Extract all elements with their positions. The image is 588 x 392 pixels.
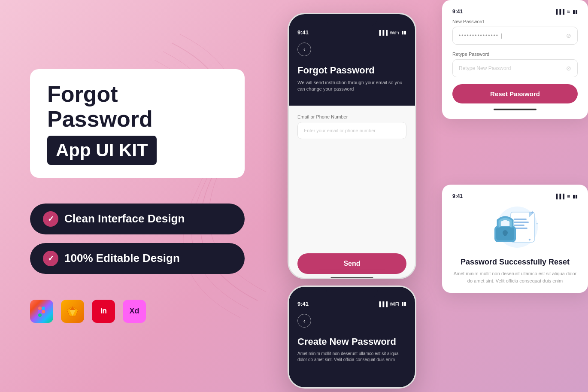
new-password-dots: ••••••••••••••• | bbox=[459, 33, 503, 39]
feature-badge-2: ✓ 100% Editable Design bbox=[30, 243, 245, 274]
retype-password-label: Retype Password bbox=[452, 52, 578, 57]
new-password-input[interactable]: ••••••••••••••• | ⊘ bbox=[452, 27, 578, 45]
check-icon-2: ✓ bbox=[43, 251, 58, 266]
phone-forgot-password: 9:41 ▐▐▐ WiFi ▮▮ ‹ Forgot Password We wi… bbox=[288, 13, 416, 279]
tools-row: in Xd bbox=[30, 300, 245, 323]
svg-point-4 bbox=[42, 310, 45, 313]
status-time: 9:41 bbox=[297, 29, 309, 36]
create-pw-status-icons: ▐▐▐ WiFi ▮▮ bbox=[378, 301, 406, 307]
svg-rect-10 bbox=[514, 219, 527, 220]
sketch-icon bbox=[61, 300, 84, 323]
phone-dark-header: 9:41 ▐▐▐ WiFi ▮▮ ‹ Forgot Password We wi… bbox=[289, 14, 415, 106]
card-home-indicator bbox=[494, 109, 536, 110]
svg-text:✦: ✦ bbox=[530, 210, 534, 216]
svg-text:✦: ✦ bbox=[536, 222, 539, 226]
card-status-bar: 9:41 ▐▐▐ ≋ ▮▮ bbox=[452, 9, 578, 15]
eye-icon-1[interactable]: ⊘ bbox=[566, 32, 571, 39]
card-battery: ▮▮ bbox=[573, 9, 578, 15]
signal-icon: ▐▐▐ bbox=[378, 30, 388, 35]
wifi-icon-2: WiFi bbox=[390, 301, 399, 307]
svg-rect-3 bbox=[38, 313, 42, 317]
card-time: 9:41 bbox=[452, 9, 463, 15]
xd-icon: Xd bbox=[123, 300, 146, 323]
create-pw-subtitle: Amet minim mollit non deserunt ullamco e… bbox=[297, 351, 406, 363]
check-icon-1: ✓ bbox=[43, 211, 58, 227]
eye-icon-2[interactable]: ⊘ bbox=[566, 65, 571, 72]
card-wifi: ≋ bbox=[567, 9, 570, 15]
email-placeholder: Enter your email or phone number bbox=[304, 128, 376, 133]
svg-rect-2 bbox=[38, 310, 42, 313]
success-signal: ▐▐▐ bbox=[555, 194, 564, 199]
success-status-icons: ▐▐▐ ≋ ▮▮ bbox=[555, 194, 578, 199]
figma-icon bbox=[30, 300, 53, 323]
email-input[interactable]: Enter your email or phone number bbox=[297, 122, 406, 139]
title-card: Forgot Password App UI KIT bbox=[30, 69, 245, 177]
card-signal: ▐▐▐ bbox=[555, 9, 564, 14]
success-time: 9:41 bbox=[452, 193, 463, 199]
status-bar: 9:41 ▐▐▐ WiFi ▮▮ bbox=[297, 29, 406, 36]
home-indicator bbox=[330, 277, 373, 279]
left-panel: Forgot Password App UI KIT ✓ Clean Inter… bbox=[13, 0, 262, 392]
success-illustration: ✦ ✦ ✦ bbox=[452, 204, 578, 251]
success-wifi: ≋ bbox=[567, 194, 570, 199]
invision-icon: in bbox=[92, 300, 115, 323]
status-icons: ▐▐▐ WiFi ▮▮ bbox=[378, 30, 406, 35]
svg-rect-17 bbox=[504, 233, 506, 236]
status-bar-bottom: 9:41 ▐▐▐ WiFi ▮▮ bbox=[297, 301, 406, 307]
phone-body: Email or Phone Number Enter your email o… bbox=[289, 106, 415, 279]
reset-password-button[interactable]: Reset Password bbox=[452, 84, 578, 103]
forgot-password-subtitle: We will send instruction through your em… bbox=[297, 79, 406, 93]
battery-icon: ▮▮ bbox=[401, 30, 406, 35]
send-button[interactable]: Send bbox=[297, 253, 406, 274]
retype-placeholder: Retype New Password bbox=[459, 65, 511, 71]
back-button[interactable]: ‹ bbox=[297, 43, 311, 56]
card-status-icons: ▐▐▐ ≋ ▮▮ bbox=[555, 9, 578, 15]
success-description: Amet minim mollit non deserunt ullamco e… bbox=[452, 270, 578, 284]
phone-create-password: 9:41 ▐▐▐ WiFi ▮▮ ‹ Create New Password A… bbox=[288, 286, 416, 389]
success-battery: ▮▮ bbox=[573, 194, 578, 199]
svg-text:✦: ✦ bbox=[528, 237, 531, 242]
back-button-2[interactable]: ‹ bbox=[297, 314, 311, 328]
card-success: 9:41 ▐▐▐ ≋ ▮▮ bbox=[442, 185, 588, 293]
battery-icon-2: ▮▮ bbox=[401, 301, 406, 307]
signal-icon-2: ▐▐▐ bbox=[378, 301, 388, 307]
svg-rect-11 bbox=[514, 222, 529, 223]
main-title: Forgot Password bbox=[47, 82, 227, 131]
subtitle-badge: App UI KIT bbox=[47, 136, 157, 165]
retype-password-input[interactable]: Retype New Password ⊘ bbox=[452, 59, 578, 77]
svg-rect-0 bbox=[38, 307, 42, 310]
forgot-password-title: Forgot Password bbox=[297, 65, 406, 76]
feature-badge-1: ✓ Clean Interface Design bbox=[30, 204, 245, 234]
create-pw-header: 9:41 ▐▐▐ WiFi ▮▮ ‹ Create New Password A… bbox=[289, 287, 415, 387]
feature-label-1: Clean Interface Design bbox=[64, 212, 185, 225]
email-label: Email or Phone Number bbox=[297, 114, 406, 119]
svg-rect-12 bbox=[514, 225, 524, 226]
feature-label-2: 100% Editable Design bbox=[64, 252, 180, 265]
success-status-bar: 9:41 ▐▐▐ ≋ ▮▮ bbox=[452, 193, 578, 199]
svg-rect-1 bbox=[42, 307, 45, 310]
create-pw-time: 9:41 bbox=[297, 301, 309, 307]
success-title: Password Successfully Reset bbox=[452, 258, 578, 267]
wifi-icon: WiFi bbox=[390, 30, 399, 35]
card-reset-password: 9:41 ▐▐▐ ≋ ▮▮ New Password •••••••••••••… bbox=[442, 0, 588, 119]
create-pw-title: Create New Password bbox=[297, 336, 406, 347]
new-password-label: New Password bbox=[452, 19, 578, 24]
phones-area: 9:41 ▐▐▐ WiFi ▮▮ ‹ Forgot Password We wi… bbox=[275, 0, 588, 392]
